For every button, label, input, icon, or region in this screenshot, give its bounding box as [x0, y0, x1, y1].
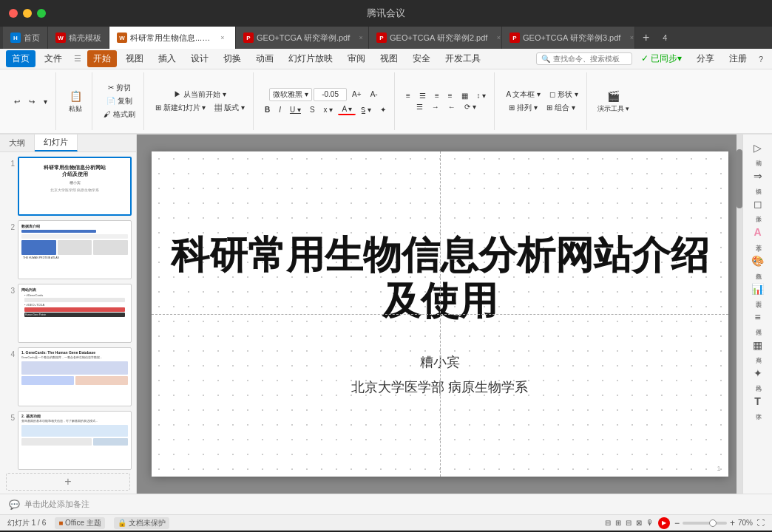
menu-start-btn[interactable]: 开始	[87, 50, 117, 67]
right-btn-shape[interactable]: ◻ 形体	[752, 195, 764, 216]
slide-canvas[interactable]: 科研常用生物信息分析网站介绍及使用 糟小宾 北京大学医学部 病原生物学系 1	[152, 151, 728, 477]
line-spacing[interactable]: ↕ ▾	[473, 91, 490, 100]
font-size-input[interactable]	[314, 88, 347, 101]
indent-inc[interactable]: →	[428, 102, 443, 112]
right-btn-artfont[interactable]: A 艺术字	[752, 223, 763, 245]
clear-format[interactable]: ✦	[376, 105, 390, 115]
indent-dec[interactable]: ←	[444, 102, 459, 112]
right-btn-layout[interactable]: ▦ 布局	[751, 336, 764, 357]
font-name-selector[interactable]: 微软雅黑 ▾	[269, 88, 312, 101]
tab-add-button[interactable]: +	[635, 27, 657, 49]
slide-item-5[interactable]: 5 2. 基因功能 查询基因的基本功能和相关信息，可了解基因的表达模式...	[4, 411, 132, 470]
menu-register[interactable]: 注册	[723, 50, 753, 67]
outline-tab-slides[interactable]: 幻灯片	[35, 134, 78, 151]
menu-review[interactable]: 幻灯片放映	[282, 50, 339, 67]
italic-button[interactable]: I	[275, 105, 285, 115]
close-button[interactable]	[9, 9, 18, 18]
direction-button[interactable]: ⟳ ▾	[461, 102, 480, 112]
menu-help[interactable]: ?	[756, 55, 766, 64]
tab-template[interactable]: W 稿壳模板	[48, 27, 109, 49]
sort-button[interactable]: ⊞ 排列 ▾	[505, 102, 541, 114]
slide-thumb-1[interactable]: 科研常用生物信息分析网站介绍及使用 糟小宾 北京大学医学部 病原生物学系	[18, 157, 132, 216]
maximize-button[interactable]	[37, 9, 46, 18]
menu-view[interactable]: 审阅	[342, 50, 371, 67]
list-button[interactable]: ☰	[413, 102, 427, 112]
fontcolor-button[interactable]: A ▾	[338, 104, 356, 115]
menu-insert[interactable]: 视图	[120, 50, 149, 67]
menu-design[interactable]: 插入	[152, 50, 182, 67]
right-btn-color[interactable]: 🎨 颜色	[750, 252, 765, 273]
layout-button[interactable]: ▦ 版式 ▾	[211, 102, 248, 114]
status-icon-view3[interactable]: ⊠	[636, 519, 642, 527]
scroll-thumb[interactable]	[737, 149, 742, 208]
menu-file[interactable]: 文件	[38, 50, 68, 67]
textbox-button[interactable]: A 文本框 ▾	[502, 89, 544, 100]
tab-home[interactable]: H 首页	[3, 27, 48, 49]
tab-pdf3-close[interactable]: ×	[626, 33, 635, 43]
tab-pptx[interactable]: W 科研常用生物信息...网站介绍及使用 ×	[109, 27, 236, 49]
highlight-button[interactable]: S̲ ▾	[357, 105, 375, 115]
right-btn-chart[interactable]: 📊 图表	[750, 280, 765, 301]
status-icon-view2[interactable]: ⊟	[626, 519, 632, 527]
status-icon-view4[interactable]: 🎙	[646, 519, 654, 527]
right-btn-font[interactable]: T 字体	[752, 392, 763, 413]
zoom-in-button[interactable]: +	[730, 518, 735, 528]
status-icon-layout[interactable]: ⊟	[605, 519, 611, 527]
new-slide-button[interactable]: ⊞ 新建幻灯片 ▾	[152, 102, 210, 114]
paste-button[interactable]: 📋 粘贴	[64, 87, 87, 115]
fullscreen-button[interactable]: ⛶	[757, 519, 765, 527]
minimize-button[interactable]	[23, 9, 32, 18]
zoom-slider[interactable]	[683, 522, 727, 525]
outline-tab-outline[interactable]: 大纲	[0, 134, 35, 151]
menu-share[interactable]: 分享	[691, 50, 720, 67]
format-painter-button[interactable]: 🖌 格式刷	[100, 109, 139, 120]
slideshow-start-button[interactable]: ▶ 从当前开始 ▾	[170, 89, 230, 100]
font-size-down[interactable]: A-	[367, 89, 382, 99]
justify[interactable]: ≡	[444, 91, 456, 100]
right-btn-transition[interactable]: ⇒ 切换	[752, 167, 764, 188]
menu-transition[interactable]: 设计	[185, 50, 214, 67]
slide-item-4[interactable]: 4 1. GeneCards: The Human Gene Database …	[4, 347, 132, 406]
align-left[interactable]: ≡	[402, 91, 414, 100]
group-button[interactable]: ⊞ 组合 ▾	[543, 102, 579, 114]
supersub-button[interactable]: x ▾	[320, 105, 337, 115]
strikethrough-button[interactable]: S	[306, 105, 319, 115]
zoom-out-button[interactable]: −	[674, 518, 680, 528]
right-btn-property[interactable]: ≡ 属性	[752, 308, 763, 329]
bold-button[interactable]: B	[261, 105, 274, 115]
tab-pdf1[interactable]: P GEO+TCGA 研究举例.pdf ×	[236, 27, 369, 49]
copy-button[interactable]: 📄 复制	[103, 95, 136, 107]
slide-tools-button[interactable]: 🎬 演示工具 ▾	[595, 87, 633, 115]
tab-pptx-close[interactable]: ×	[217, 33, 228, 43]
status-icon-view1[interactable]: ⊞	[615, 519, 621, 527]
font-size-up[interactable]: A+	[348, 89, 365, 99]
more-undo[interactable]: ▾	[40, 97, 51, 106]
right-btn-animation[interactable]: ▷ 动画	[752, 139, 763, 160]
menu-security[interactable]: 视图	[374, 50, 404, 67]
canvas-scrollbar[interactable]	[737, 134, 742, 494]
menu-home[interactable]: 首页	[6, 50, 35, 67]
slide-item-1[interactable]: 1 科研常用生物信息分析网站介绍及使用 糟小宾 北京大学医学部 病原生物学系	[4, 157, 132, 216]
tab-pdf2-close[interactable]: ×	[493, 33, 502, 43]
align-center[interactable]: ☰	[416, 91, 430, 100]
col-layout[interactable]: ▦	[458, 91, 472, 100]
undo-button[interactable]: ↩	[10, 97, 24, 106]
slide-thumb-5[interactable]: 2. 基因功能 查询基因的基本功能和相关信息，可了解基因的表达模式...	[18, 411, 132, 470]
slide-thumb-3[interactable]: 网站列表 #GeneCards #GEO+TCGA Human Gene Pro…	[18, 284, 132, 343]
play-icon[interactable]: ▶	[658, 517, 670, 529]
search-input[interactable]	[553, 55, 627, 63]
slide-item-2[interactable]: 2 数据库介绍 THE HUMAN PROTEIN AT	[4, 220, 132, 279]
underline-button[interactable]: U ▾	[286, 105, 305, 115]
menu-slideshow[interactable]: 动画	[250, 50, 280, 67]
tab-pdf2[interactable]: P GEO+TCGA 研究举例2.pdf ×	[369, 27, 502, 49]
tab-pdf3[interactable]: P GEO+TCGA 研究举例3.pdf ×	[502, 27, 635, 49]
align-right[interactable]: ≡	[431, 91, 443, 100]
slide-item-3[interactable]: 3 网站列表 #GeneCards #GEO+TCGA Human Gene P…	[4, 284, 132, 343]
right-btn-style[interactable]: ✦ 风格	[752, 364, 764, 385]
slide-thumb-2[interactable]: 数据库介绍 THE HUMAN PROTEIN ATLAS	[18, 220, 132, 279]
shape-button[interactable]: ◻ 形状 ▾	[546, 89, 582, 100]
cut-button[interactable]: ✂ 剪切	[104, 82, 135, 94]
add-slide-button[interactable]: +	[6, 473, 130, 491]
menu-devtools[interactable]: 安全	[407, 50, 436, 67]
menu-animation[interactable]: 切换	[217, 50, 247, 67]
